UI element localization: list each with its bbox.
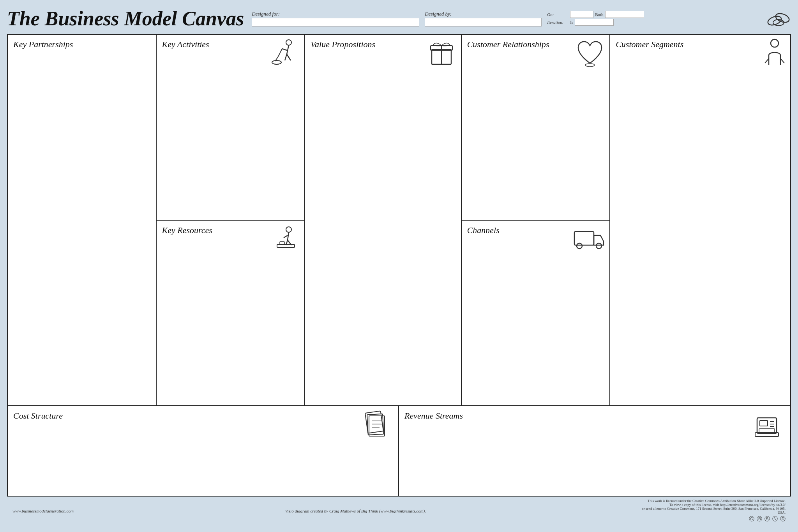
svg-point-10	[272, 60, 281, 64]
cr-icon	[574, 38, 606, 71]
svg-rect-39	[759, 429, 775, 433]
partnerships-label: Key Partnerships	[8, 35, 156, 49]
revenue-streams-cell: Revenue Streams	[399, 406, 790, 496]
segments-icon	[763, 38, 786, 71]
footer-icons: Ⓒ Ⓑ Ⓢ Ⓝ Ⓓ	[749, 516, 786, 523]
right-fields: On: Both Iteration: Is	[547, 11, 644, 26]
canvas-top: Key Partnerships Key Activities	[8, 35, 790, 406]
channels-icon	[572, 224, 606, 255]
svg-point-25	[771, 39, 779, 47]
footer-website: www.businessmodelgeneration.com	[12, 509, 74, 513]
svg-line-6	[278, 49, 282, 57]
footer-credit: Visio diagram created by Craig Mathews o…	[285, 509, 426, 513]
customer-segments-cell: Customer Segments	[610, 35, 790, 405]
footer-license-line2: To view a copy of this license, visit ht…	[669, 503, 786, 507]
value-icon	[426, 38, 457, 71]
cc-icon: Ⓒ	[749, 516, 754, 523]
value-propositions-cell: Value Propositions	[305, 35, 462, 405]
partnerships-icon	[763, 3, 794, 36]
svg-line-12	[288, 232, 289, 240]
page-title: The Business Model Canvas	[7, 7, 244, 30]
on-label: On:	[547, 12, 568, 17]
sa-icon: Ⓢ	[764, 516, 770, 523]
cost-icon	[359, 410, 390, 443]
svg-line-13	[284, 235, 288, 238]
nc-icon: Ⓝ	[772, 516, 778, 523]
svg-line-26	[765, 58, 769, 63]
designed-for-group: Designed for:	[252, 11, 419, 27]
by-icon: Ⓑ	[757, 516, 762, 523]
svg-point-11	[286, 227, 291, 232]
footer-license-line1: This work is licensed under the Creative…	[648, 499, 786, 503]
footer: www.businessmodelgeneration.com Visio di…	[7, 497, 791, 525]
designed-for-label: Designed for:	[252, 11, 419, 17]
both-label: Both	[595, 12, 603, 17]
designed-by-input[interactable]	[425, 18, 542, 27]
channels-cell: Channels	[462, 221, 610, 406]
footer-license-line3: or send a letter to Creative Commons, 17…	[637, 507, 786, 514]
iteration-input[interactable]	[575, 19, 614, 26]
designed-by-label: Designed by:	[425, 11, 542, 17]
is-label: Is	[570, 20, 573, 25]
key-partnerships-cell: Key Partnerships	[8, 35, 157, 405]
nd-icon: Ⓓ	[780, 516, 786, 523]
header: The Business Model Canvas Designed for: …	[7, 7, 791, 30]
svg-point-21	[585, 64, 595, 67]
svg-point-24	[596, 243, 602, 249]
canvas-bottom: Cost Structure Revenue Streams	[8, 406, 790, 496]
revenue-icon	[751, 410, 782, 443]
customer-relationships-cell: Customer Relationships	[462, 35, 610, 221]
both-input[interactable]	[605, 11, 644, 18]
revenue-label: Revenue Streams	[399, 406, 790, 421]
svg-line-27	[780, 58, 784, 63]
designed-by-group: Designed by:	[425, 11, 542, 27]
svg-rect-35	[760, 421, 768, 426]
key-activities-cell: Key Activities	[157, 35, 305, 221]
business-model-canvas: Key Partnerships Key Activities	[7, 34, 791, 497]
cost-label: Cost Structure	[8, 406, 398, 421]
footer-license: This work is licensed under the Creative…	[637, 499, 786, 523]
designed-for-input[interactable]	[252, 18, 419, 27]
header-fields: Designed for: Designed by: On: Both Iter…	[252, 11, 791, 27]
resources-icon	[271, 224, 300, 255]
cr-channels-col: Customer Relationships Channels	[462, 35, 611, 405]
svg-line-4	[287, 45, 289, 54]
svg-line-5	[282, 49, 287, 50]
svg-point-23	[577, 243, 582, 249]
svg-line-8	[287, 54, 291, 60]
svg-rect-22	[574, 232, 594, 245]
svg-line-7	[285, 54, 287, 60]
svg-point-3	[286, 40, 291, 45]
key-resources-cell: Key Resources	[157, 221, 305, 406]
activities-resources-col: Key Activities Key Reso	[157, 35, 305, 405]
on-input[interactable]	[570, 11, 593, 18]
activities-icon	[271, 38, 300, 69]
svg-point-1	[775, 12, 791, 24]
iteration-label: Iteration:	[547, 20, 568, 25]
cost-structure-cell: Cost Structure	[8, 406, 399, 496]
